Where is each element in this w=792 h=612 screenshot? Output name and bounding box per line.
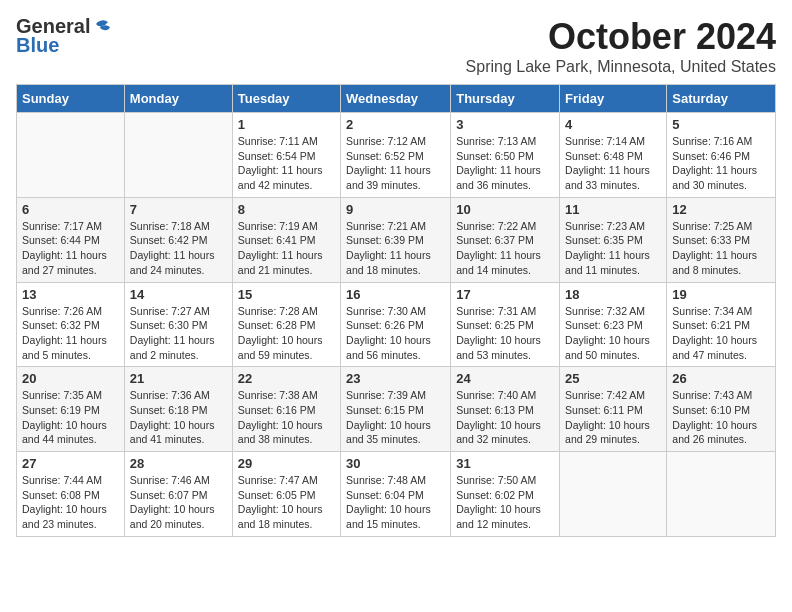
calendar-cell: 4Sunrise: 7:14 AM Sunset: 6:48 PM Daylig… — [560, 113, 667, 198]
calendar-cell: 21Sunrise: 7:36 AM Sunset: 6:18 PM Dayli… — [124, 367, 232, 452]
calendar-cell: 13Sunrise: 7:26 AM Sunset: 6:32 PM Dayli… — [17, 282, 125, 367]
day-info: Sunrise: 7:25 AM Sunset: 6:33 PM Dayligh… — [672, 219, 770, 278]
calendar-cell: 26Sunrise: 7:43 AM Sunset: 6:10 PM Dayli… — [667, 367, 776, 452]
day-number: 19 — [672, 287, 770, 302]
day-info: Sunrise: 7:31 AM Sunset: 6:25 PM Dayligh… — [456, 304, 554, 363]
day-number: 20 — [22, 371, 119, 386]
day-info: Sunrise: 7:50 AM Sunset: 6:02 PM Dayligh… — [456, 473, 554, 532]
day-info: Sunrise: 7:36 AM Sunset: 6:18 PM Dayligh… — [130, 388, 227, 447]
day-info: Sunrise: 7:11 AM Sunset: 6:54 PM Dayligh… — [238, 134, 335, 193]
day-info: Sunrise: 7:44 AM Sunset: 6:08 PM Dayligh… — [22, 473, 119, 532]
day-info: Sunrise: 7:16 AM Sunset: 6:46 PM Dayligh… — [672, 134, 770, 193]
calendar-cell: 5Sunrise: 7:16 AM Sunset: 6:46 PM Daylig… — [667, 113, 776, 198]
day-number: 29 — [238, 456, 335, 471]
calendar-cell: 29Sunrise: 7:47 AM Sunset: 6:05 PM Dayli… — [232, 452, 340, 537]
day-info: Sunrise: 7:28 AM Sunset: 6:28 PM Dayligh… — [238, 304, 335, 363]
weekday-header-tuesday: Tuesday — [232, 85, 340, 113]
calendar-cell: 19Sunrise: 7:34 AM Sunset: 6:21 PM Dayli… — [667, 282, 776, 367]
weekday-header-sunday: Sunday — [17, 85, 125, 113]
calendar-cell: 6Sunrise: 7:17 AM Sunset: 6:44 PM Daylig… — [17, 197, 125, 282]
calendar-cell — [124, 113, 232, 198]
day-number: 6 — [22, 202, 119, 217]
day-number: 17 — [456, 287, 554, 302]
day-number: 28 — [130, 456, 227, 471]
day-number: 3 — [456, 117, 554, 132]
calendar-cell — [17, 113, 125, 198]
day-info: Sunrise: 7:43 AM Sunset: 6:10 PM Dayligh… — [672, 388, 770, 447]
calendar-cell: 2Sunrise: 7:12 AM Sunset: 6:52 PM Daylig… — [341, 113, 451, 198]
calendar-cell: 1Sunrise: 7:11 AM Sunset: 6:54 PM Daylig… — [232, 113, 340, 198]
weekday-header-monday: Monday — [124, 85, 232, 113]
logo-blue-text: Blue — [16, 35, 59, 55]
day-number: 30 — [346, 456, 445, 471]
calendar-cell — [667, 452, 776, 537]
day-info: Sunrise: 7:46 AM Sunset: 6:07 PM Dayligh… — [130, 473, 227, 532]
day-number: 13 — [22, 287, 119, 302]
day-number: 11 — [565, 202, 661, 217]
calendar-cell: 24Sunrise: 7:40 AM Sunset: 6:13 PM Dayli… — [451, 367, 560, 452]
week-row-4: 20Sunrise: 7:35 AM Sunset: 6:19 PM Dayli… — [17, 367, 776, 452]
calendar-cell: 14Sunrise: 7:27 AM Sunset: 6:30 PM Dayli… — [124, 282, 232, 367]
day-info: Sunrise: 7:13 AM Sunset: 6:50 PM Dayligh… — [456, 134, 554, 193]
weekday-header-thursday: Thursday — [451, 85, 560, 113]
day-number: 7 — [130, 202, 227, 217]
calendar-cell: 20Sunrise: 7:35 AM Sunset: 6:19 PM Dayli… — [17, 367, 125, 452]
day-info: Sunrise: 7:32 AM Sunset: 6:23 PM Dayligh… — [565, 304, 661, 363]
day-number: 8 — [238, 202, 335, 217]
week-row-2: 6Sunrise: 7:17 AM Sunset: 6:44 PM Daylig… — [17, 197, 776, 282]
calendar-cell: 25Sunrise: 7:42 AM Sunset: 6:11 PM Dayli… — [560, 367, 667, 452]
day-number: 24 — [456, 371, 554, 386]
day-number: 22 — [238, 371, 335, 386]
weekday-header-saturday: Saturday — [667, 85, 776, 113]
calendar-cell: 9Sunrise: 7:21 AM Sunset: 6:39 PM Daylig… — [341, 197, 451, 282]
calendar-cell: 18Sunrise: 7:32 AM Sunset: 6:23 PM Dayli… — [560, 282, 667, 367]
day-number: 14 — [130, 287, 227, 302]
day-number: 2 — [346, 117, 445, 132]
month-title: October 2024 — [466, 16, 776, 58]
day-info: Sunrise: 7:26 AM Sunset: 6:32 PM Dayligh… — [22, 304, 119, 363]
day-number: 9 — [346, 202, 445, 217]
page-header: General Blue October 2024 Spring Lake Pa… — [16, 16, 776, 76]
day-info: Sunrise: 7:14 AM Sunset: 6:48 PM Dayligh… — [565, 134, 661, 193]
logo: General Blue — [16, 16, 112, 55]
day-info: Sunrise: 7:38 AM Sunset: 6:16 PM Dayligh… — [238, 388, 335, 447]
calendar-cell: 22Sunrise: 7:38 AM Sunset: 6:16 PM Dayli… — [232, 367, 340, 452]
day-number: 16 — [346, 287, 445, 302]
day-info: Sunrise: 7:22 AM Sunset: 6:37 PM Dayligh… — [456, 219, 554, 278]
day-number: 31 — [456, 456, 554, 471]
week-row-1: 1Sunrise: 7:11 AM Sunset: 6:54 PM Daylig… — [17, 113, 776, 198]
day-number: 4 — [565, 117, 661, 132]
weekday-header-wednesday: Wednesday — [341, 85, 451, 113]
day-info: Sunrise: 7:18 AM Sunset: 6:42 PM Dayligh… — [130, 219, 227, 278]
day-info: Sunrise: 7:27 AM Sunset: 6:30 PM Dayligh… — [130, 304, 227, 363]
day-info: Sunrise: 7:34 AM Sunset: 6:21 PM Dayligh… — [672, 304, 770, 363]
calendar-cell: 10Sunrise: 7:22 AM Sunset: 6:37 PM Dayli… — [451, 197, 560, 282]
day-info: Sunrise: 7:30 AM Sunset: 6:26 PM Dayligh… — [346, 304, 445, 363]
calendar-cell: 3Sunrise: 7:13 AM Sunset: 6:50 PM Daylig… — [451, 113, 560, 198]
calendar-cell: 12Sunrise: 7:25 AM Sunset: 6:33 PM Dayli… — [667, 197, 776, 282]
calendar-cell: 23Sunrise: 7:39 AM Sunset: 6:15 PM Dayli… — [341, 367, 451, 452]
day-number: 27 — [22, 456, 119, 471]
calendar-cell: 15Sunrise: 7:28 AM Sunset: 6:28 PM Dayli… — [232, 282, 340, 367]
title-block: October 2024 Spring Lake Park, Minnesota… — [466, 16, 776, 76]
weekday-header-row: SundayMondayTuesdayWednesdayThursdayFrid… — [17, 85, 776, 113]
calendar-table: SundayMondayTuesdayWednesdayThursdayFrid… — [16, 84, 776, 537]
day-info: Sunrise: 7:21 AM Sunset: 6:39 PM Dayligh… — [346, 219, 445, 278]
calendar-cell: 27Sunrise: 7:44 AM Sunset: 6:08 PM Dayli… — [17, 452, 125, 537]
day-info: Sunrise: 7:48 AM Sunset: 6:04 PM Dayligh… — [346, 473, 445, 532]
day-info: Sunrise: 7:19 AM Sunset: 6:41 PM Dayligh… — [238, 219, 335, 278]
day-number: 26 — [672, 371, 770, 386]
calendar-cell — [560, 452, 667, 537]
day-number: 1 — [238, 117, 335, 132]
day-number: 25 — [565, 371, 661, 386]
day-info: Sunrise: 7:40 AM Sunset: 6:13 PM Dayligh… — [456, 388, 554, 447]
day-info: Sunrise: 7:47 AM Sunset: 6:05 PM Dayligh… — [238, 473, 335, 532]
calendar-cell: 17Sunrise: 7:31 AM Sunset: 6:25 PM Dayli… — [451, 282, 560, 367]
day-number: 23 — [346, 371, 445, 386]
day-info: Sunrise: 7:17 AM Sunset: 6:44 PM Dayligh… — [22, 219, 119, 278]
day-info: Sunrise: 7:39 AM Sunset: 6:15 PM Dayligh… — [346, 388, 445, 447]
day-number: 10 — [456, 202, 554, 217]
day-number: 21 — [130, 371, 227, 386]
calendar-cell: 28Sunrise: 7:46 AM Sunset: 6:07 PM Dayli… — [124, 452, 232, 537]
day-info: Sunrise: 7:12 AM Sunset: 6:52 PM Dayligh… — [346, 134, 445, 193]
